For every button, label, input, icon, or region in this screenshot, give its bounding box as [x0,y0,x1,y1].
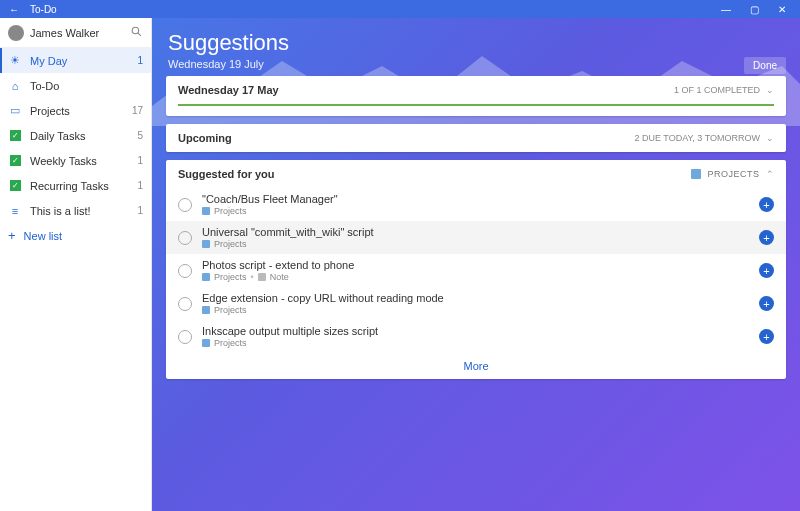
sun-icon: ☀ [8,54,22,67]
completed-status: 1 OF 1 COMPLETED [674,85,760,95]
sidebar-item-count: 1 [137,55,143,66]
sidebar-item-daily-tasks[interactable]: ✓Daily Tasks5 [0,123,151,148]
done-button[interactable]: Done [744,57,786,74]
task-row[interactable]: Edge extension - copy URL without readin… [166,287,786,320]
sidebar-item-my-day[interactable]: ☀My Day1 [0,48,151,73]
task-meta: Projects [202,338,749,348]
app-title: To-Do [30,4,57,15]
task-list-label: Projects [214,305,247,315]
suggested-title: Suggested for you [178,168,275,180]
add-to-day-button[interactable]: + [759,329,774,344]
calendar-icon [202,273,210,281]
sidebar-item-this-is-a-list-[interactable]: ≡This is a list!1 [0,198,151,223]
titlebar: ← To-Do ― ▢ ✕ [0,0,800,18]
sidebar-item-label: To-Do [30,80,135,92]
progress-fill [178,104,774,106]
sidebar: James Walker ☀My Day1⌂To-Do▭Projects17✓D… [0,18,152,511]
task-body: "Coach/Bus Fleet Manager"Projects [202,193,749,216]
task-checkbox[interactable] [178,330,192,344]
task-list-label: Projects [214,272,247,282]
window-controls: ― ▢ ✕ [712,4,796,15]
completed-card-title: Wednesday 17 May [178,84,279,96]
projects-badge-icon [691,169,701,179]
add-to-day-button[interactable]: + [759,197,774,212]
close-button[interactable]: ✕ [768,4,796,15]
task-title: Inkscape output multiple sizes script [202,325,749,337]
search-icon[interactable] [130,25,143,41]
task-note-label: Note [270,272,289,282]
completed-card[interactable]: Wednesday 17 May 1 OF 1 COMPLETED ⌄ [166,76,786,116]
add-to-day-button[interactable]: + [759,263,774,278]
calendar-icon [202,339,210,347]
chevron-down-icon: ⌄ [766,133,774,143]
task-body: Inkscape output multiple sizes scriptPro… [202,325,749,348]
note-icon [258,273,266,281]
task-body: Universal "commit_with_wiki" scriptProje… [202,226,749,249]
sidebar-item-label: This is a list! [30,205,129,217]
plus-icon: + [8,228,16,243]
main-panel: Suggestions Wednesday 19 July Done Wedne… [152,18,800,511]
task-meta: Projects•Note [202,272,749,282]
task-list-label: Projects [214,338,247,348]
task-body: Photos script - extend to phoneProjects•… [202,259,749,282]
sidebar-item-label: Weekly Tasks [30,155,129,167]
task-row[interactable]: Inkscape output multiple sizes scriptPro… [166,320,786,353]
task-list-label: Projects [214,206,247,216]
sidebar-item-label: Projects [30,105,124,117]
sidebar-item-projects[interactable]: ▭Projects17 [0,98,151,123]
more-button[interactable]: More [166,353,786,379]
user-name: James Walker [30,27,124,39]
sidebar-item-label: My Day [30,55,129,67]
task-meta: Projects [202,206,749,216]
user-row[interactable]: James Walker [0,18,151,48]
upcoming-card[interactable]: Upcoming 2 DUE TODAY, 3 TOMORROW ⌄ [166,124,786,152]
sidebar-item-weekly-tasks[interactable]: ✓Weekly Tasks1 [0,148,151,173]
task-row[interactable]: Photos script - extend to phoneProjects•… [166,254,786,287]
sidebar-item-count: 1 [137,155,143,166]
task-checkbox[interactable] [178,264,192,278]
calendar-icon [202,306,210,314]
task-title: "Coach/Bus Fleet Manager" [202,193,749,205]
list-icon: ≡ [8,205,22,217]
task-checkbox[interactable] [178,297,192,311]
back-button[interactable]: ← [4,4,24,15]
avatar [8,25,24,41]
task-meta: Projects [202,305,749,315]
checkbox-icon: ✓ [8,130,22,141]
checkbox-icon: ✓ [8,155,22,166]
task-row[interactable]: Universal "commit_with_wiki" scriptProje… [166,221,786,254]
task-list-label: Projects [214,239,247,249]
maximize-button[interactable]: ▢ [740,4,768,15]
add-to-day-button[interactable]: + [759,230,774,245]
new-list-button[interactable]: + New list [0,223,151,248]
upcoming-title: Upcoming [178,132,232,144]
sidebar-item-to-do[interactable]: ⌂To-Do [0,73,151,98]
task-title: Photos script - extend to phone [202,259,749,271]
new-list-label: New list [24,230,63,242]
task-checkbox[interactable] [178,198,192,212]
add-to-day-button[interactable]: + [759,296,774,311]
task-meta: Projects [202,239,749,249]
calendar-icon [202,240,210,248]
progress-bar [178,104,774,106]
task-checkbox[interactable] [178,231,192,245]
checkbox-icon: ✓ [8,180,22,191]
sidebar-item-count: 5 [137,130,143,141]
minimize-button[interactable]: ― [712,4,740,15]
task-row[interactable]: "Coach/Bus Fleet Manager"Projects+ [166,188,786,221]
page-title: Suggestions [168,30,784,56]
chevron-down-icon: ⌄ [766,85,774,95]
svg-point-0 [132,27,139,34]
task-body: Edge extension - copy URL without readin… [202,292,749,315]
svg-line-1 [138,32,141,35]
suggested-card: Suggested for you PROJECTS ⌃ "Coach/Bus … [166,160,786,379]
home-icon: ⌂ [8,80,22,92]
task-title: Edge extension - copy URL without readin… [202,292,749,304]
sidebar-item-label: Daily Tasks [30,130,129,142]
page-date: Wednesday 19 July [168,58,784,70]
sidebar-item-recurring-tasks[interactable]: ✓Recurring Tasks1 [0,173,151,198]
main-header: Suggestions Wednesday 19 July Done [152,18,800,76]
suggested-header[interactable]: Suggested for you PROJECTS ⌃ [166,160,786,188]
sidebar-item-count: 1 [137,180,143,191]
chevron-up-icon: ⌃ [766,169,775,179]
